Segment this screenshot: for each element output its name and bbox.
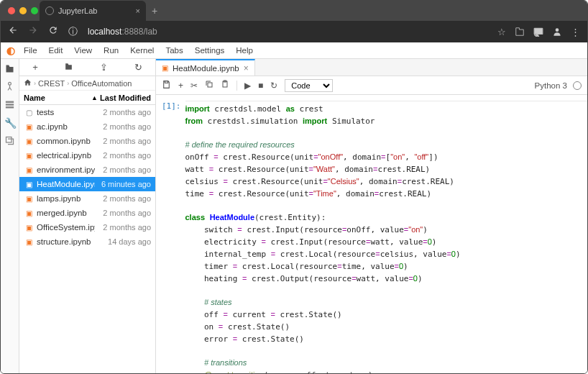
notebook-icon: ▣	[24, 181, 34, 188]
svg-rect-4	[6, 104, 14, 106]
menu-help[interactable]: Help	[230, 46, 259, 55]
cell-type-select[interactable]: Code	[285, 79, 333, 92]
jupyter-favicon	[45, 6, 54, 15]
notebook-icon: ▣	[162, 64, 168, 72]
breadcrumb[interactable]: ›CREST ›OfficeAutomation	[19, 76, 155, 91]
cast-icon[interactable]	[533, 27, 543, 37]
menu-kernel[interactable]: Kernel	[124, 46, 160, 55]
svg-rect-6	[6, 137, 12, 143]
commands-icon[interactable]	[4, 99, 15, 110]
new-launcher-button[interactable]: +	[32, 62, 38, 73]
url-display[interactable]: localhost:8888/lab	[88, 27, 487, 37]
notebook-icon: ▣	[24, 224, 34, 232]
new-folder-button[interactable]	[64, 62, 73, 73]
notebook-toolbar: + ✂ ▶ ■ ↻ Code Python 3	[156, 76, 587, 95]
refresh-button[interactable]: ↻	[134, 62, 142, 73]
paste-button[interactable]	[221, 80, 229, 91]
file-row[interactable]: ▢tests2 months ago	[19, 105, 155, 119]
close-tab-icon[interactable]: ×	[244, 63, 249, 73]
run-button[interactable]: ▶	[244, 81, 251, 91]
notebook-tab[interactable]: ▣ HeatModule.ipynb ×	[156, 59, 255, 76]
browser-tab-title: JupyterLab	[58, 6, 97, 15]
kernel-status-icon	[573, 81, 582, 90]
cell-prompt: [1]:	[162, 101, 185, 374]
settings-icon[interactable]: 🔧	[4, 117, 15, 128]
browser-tab[interactable]: JupyterLab ×	[40, 1, 146, 21]
save-button[interactable]	[162, 80, 171, 91]
tabs-icon[interactable]	[4, 135, 15, 146]
svg-point-2	[9, 82, 12, 85]
svg-rect-7	[165, 81, 167, 83]
menu-view[interactable]: View	[68, 46, 98, 55]
star-icon[interactable]: ☆	[497, 27, 506, 37]
restart-button[interactable]: ↻	[270, 81, 277, 91]
notebook-icon: ▣	[24, 209, 34, 217]
new-tab-button[interactable]: +	[152, 5, 157, 17]
kernel-name[interactable]: Python 3	[535, 81, 567, 90]
svg-rect-5	[6, 106, 14, 109]
notebook-icon: ▣	[24, 166, 34, 174]
svg-rect-8	[208, 83, 212, 87]
running-icon[interactable]	[4, 81, 15, 92]
browser-address-bar: ⓘ localhost:8888/lab ☆ ⋮	[1, 21, 587, 42]
activity-bar: 🔧	[1, 59, 19, 374]
menu-button[interactable]: ⋮	[571, 27, 580, 37]
stop-button[interactable]: ■	[258, 81, 263, 91]
file-row[interactable]: ▣structure.ipynb14 days ago	[19, 234, 155, 249]
profile-icon[interactable]	[552, 27, 562, 37]
menu-tabs[interactable]: Tabs	[160, 46, 188, 55]
main-area: ▣ HeatModule.ipynb × + ✂ ▶ ■ ↻ Code Pyth…	[156, 59, 587, 374]
file-row[interactable]: ▣lamps.ipynb2 months ago	[19, 191, 155, 206]
home-icon[interactable]	[24, 78, 32, 88]
traffic-lights	[1, 7, 38, 14]
notebook-icon: ▣	[24, 152, 34, 160]
cut-button[interactable]: ✂	[190, 81, 198, 91]
file-row[interactable]: ▣ac.ipynb2 months ago	[19, 119, 155, 134]
code-cell[interactable]: [1]: import crestdsl.model as crest from…	[159, 101, 587, 374]
file-row[interactable]: ▣merged.ipynb2 months ago	[19, 206, 155, 220]
menu-run[interactable]: Run	[98, 46, 124, 55]
reload-button[interactable]	[48, 25, 58, 38]
upload-button[interactable]: ⇪	[100, 62, 108, 73]
window-titlebar: JupyterLab × +	[1, 1, 587, 21]
jupyter-logo[interactable]: ◐	[4, 45, 18, 56]
file-row[interactable]: ▣electrical.ipynb2 months ago	[19, 148, 155, 163]
jupyter-menubar: ◐ FileEditViewRunKernelTabsSettingsHelp	[1, 42, 587, 59]
file-browser-icon[interactable]	[4, 63, 15, 74]
minimize-window-button[interactable]	[19, 7, 27, 14]
menu-file[interactable]: File	[18, 46, 43, 55]
notebook-icon: ▣	[24, 238, 34, 246]
file-row[interactable]: ▣OfficeSystem.ipynb2 months ago	[19, 220, 155, 234]
notebook-body[interactable]: [1]: import crestdsl.model as crest from…	[156, 95, 587, 374]
close-window-button[interactable]	[8, 7, 15, 14]
notebook-icon: ▣	[24, 123, 34, 131]
file-list-header: Name▲ Last Modified	[19, 91, 155, 105]
svg-rect-3	[6, 101, 14, 104]
file-row[interactable]: ▣HeatModule.ipynb6 minutes ago	[19, 177, 155, 191]
notebook-icon: ▣	[24, 137, 34, 145]
file-row[interactable]: ▣common.ipynb2 months ago	[19, 134, 155, 148]
copy-button[interactable]	[205, 80, 213, 91]
site-info-icon[interactable]: ⓘ	[68, 25, 78, 38]
editor-tabs: ▣ HeatModule.ipynb ×	[156, 59, 587, 76]
svg-point-1	[556, 28, 559, 32]
code-editor[interactable]: import crestdsl.model as crest from cres…	[185, 101, 588, 374]
file-row[interactable]: ▣environment.ipynb2 months ago	[19, 163, 155, 177]
close-tab-icon[interactable]: ×	[136, 6, 140, 15]
maximize-window-button[interactable]	[31, 7, 38, 14]
translate-icon[interactable]	[515, 27, 525, 37]
forward-button[interactable]	[28, 25, 38, 38]
add-cell-button[interactable]: +	[178, 81, 183, 91]
file-browser: + ⇪ ↻ ›CREST ›OfficeAutomation Name▲ Las…	[19, 59, 156, 374]
notebook-icon: ▣	[24, 195, 34, 203]
folder-icon: ▢	[24, 109, 34, 117]
back-button[interactable]	[8, 25, 18, 38]
menu-settings[interactable]: Settings	[189, 46, 231, 55]
menu-edit[interactable]: Edit	[43, 46, 69, 55]
